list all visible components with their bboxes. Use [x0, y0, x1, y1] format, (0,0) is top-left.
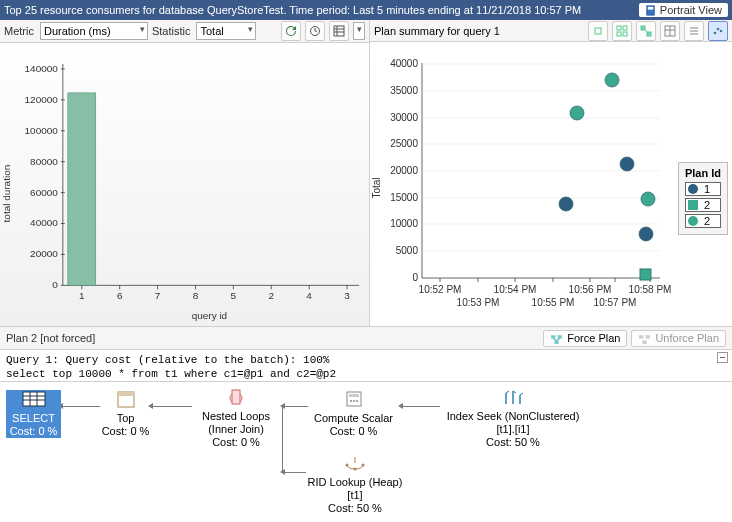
- bar-yticks: 0 20000 40000 60000 80000 100000 120000 …: [25, 63, 65, 290]
- plan-title-row: Plan 2 [not forced] Force Plan Unforce P…: [0, 326, 732, 350]
- svg-rect-94: [555, 340, 559, 343]
- plan-status: Plan 2 [not forced]: [6, 332, 95, 344]
- join-op-icon: [224, 389, 248, 407]
- svg-point-116: [354, 468, 357, 471]
- chart-type-select[interactable]: [353, 22, 365, 40]
- svg-text:10:56 PM: 10:56 PM: [569, 284, 612, 295]
- compute-op-icon: [343, 391, 365, 409]
- metric-select[interactable]: Duration (ms): [40, 22, 148, 40]
- svg-text:140000: 140000: [25, 63, 59, 74]
- table-icon: [664, 25, 676, 37]
- page-header: Top 25 resource consumers for database Q…: [0, 0, 732, 20]
- svg-rect-92: [551, 335, 555, 338]
- svg-text:20000: 20000: [30, 248, 58, 259]
- plan-node-select[interactable]: SELECTCost: 0 %: [6, 390, 61, 438]
- svg-rect-43: [617, 26, 621, 30]
- svg-point-110: [350, 400, 352, 402]
- indexseek-op-icon: [501, 389, 525, 407]
- svg-rect-100: [23, 392, 45, 406]
- svg-text:10:54 PM: 10:54 PM: [494, 284, 537, 295]
- force-plan-icon: [550, 332, 563, 345]
- dot-plan2-2[interactable]: [605, 73, 619, 87]
- svg-rect-46: [623, 32, 627, 36]
- multi-icon: [616, 25, 628, 37]
- svg-point-57: [717, 27, 720, 30]
- svg-point-58: [720, 29, 723, 32]
- svg-rect-99: [643, 340, 647, 343]
- portrait-view-button[interactable]: Portrait View: [639, 3, 728, 17]
- svg-text:3: 3: [344, 290, 350, 301]
- legend-item-2[interactable]: 2: [685, 198, 721, 212]
- svg-line-49: [645, 30, 647, 32]
- svg-text:10000: 10000: [390, 218, 418, 229]
- refresh-button[interactable]: [281, 21, 301, 41]
- svg-text:10:53 PM: 10:53 PM: [457, 297, 500, 308]
- dot-plan2-3[interactable]: [641, 192, 655, 206]
- svg-rect-47: [641, 26, 645, 30]
- svg-text:2: 2: [268, 290, 274, 301]
- grid-button[interactable]: [329, 21, 349, 41]
- statistic-select[interactable]: Total: [196, 22, 256, 40]
- dot-plan1-2[interactable]: [620, 157, 634, 171]
- svg-text:30000: 30000: [390, 112, 418, 123]
- metric-label: Metric: [4, 25, 34, 37]
- collapse-toggle[interactable]: –: [717, 352, 728, 363]
- svg-text:5000: 5000: [396, 245, 419, 256]
- svg-text:100000: 100000: [25, 125, 59, 136]
- svg-text:6: 6: [117, 290, 123, 301]
- svg-rect-23: [63, 64, 359, 285]
- svg-text:10:58 PM: 10:58 PM: [629, 284, 672, 295]
- list-icon: [688, 25, 700, 37]
- rel-grid-button[interactable]: [660, 21, 680, 41]
- dot-plan1-3[interactable]: [639, 227, 653, 241]
- grid-icon: [333, 25, 345, 37]
- portrait-icon: [645, 5, 656, 16]
- rel-multi-button[interactable]: [612, 21, 632, 41]
- svg-text:10:52 PM: 10:52 PM: [419, 284, 462, 295]
- svg-line-95: [553, 338, 556, 340]
- svg-rect-97: [639, 335, 643, 338]
- dot-plan1-1[interactable]: [559, 197, 573, 211]
- time-button[interactable]: [305, 21, 325, 41]
- svg-text:20000: 20000: [390, 165, 418, 176]
- plan-summary-title: Plan summary for query 1: [374, 25, 500, 37]
- svg-text:15000: 15000: [390, 192, 418, 203]
- planid-legend: Plan Id 1 2 2: [678, 162, 728, 235]
- rel-chart-button[interactable]: [708, 21, 728, 41]
- rel-table-button[interactable]: [684, 21, 704, 41]
- clock-icon: [309, 25, 321, 37]
- dot-plan2-sq[interactable]: [640, 269, 651, 280]
- svg-text:4: 4: [306, 290, 312, 301]
- ridlookup-op-icon: [343, 455, 367, 473]
- scatter-ylabel: Total: [371, 177, 382, 198]
- plan-node-top[interactable]: TopCost: 0 %: [98, 390, 153, 438]
- svg-text:10:55 PM: 10:55 PM: [532, 297, 575, 308]
- right-toolbar: Plan summary for query 1: [370, 20, 732, 42]
- left-toolbar: Metric Duration (ms) Statistic Total: [0, 20, 369, 43]
- rel-single-button[interactable]: [588, 21, 608, 41]
- plan-node-computescalar[interactable]: Compute ScalarCost: 0 %: [306, 390, 401, 438]
- rel-link-button[interactable]: [636, 21, 656, 41]
- svg-text:35000: 35000: [390, 85, 418, 96]
- plan-node-ridlookup[interactable]: RID Lookup (Heap)[t1]Cost: 50 %: [300, 454, 410, 515]
- right-panel: Plan summary for query 1 Total 050001000…: [370, 20, 732, 326]
- plan-node-indexseek[interactable]: Index Seek (NonClustered)[t1].[i1]Cost: …: [438, 388, 588, 449]
- svg-point-111: [353, 400, 355, 402]
- svg-text:0: 0: [412, 272, 418, 283]
- dot-plan2-1[interactable]: [570, 106, 584, 120]
- scatter-icon: [712, 25, 724, 37]
- svg-rect-3: [334, 26, 344, 36]
- svg-point-56: [714, 31, 717, 34]
- svg-rect-106: [118, 392, 134, 396]
- legend-item-3[interactable]: 2: [685, 214, 721, 228]
- unforce-plan-icon: [638, 332, 651, 345]
- force-plan-button[interactable]: Force Plan: [543, 330, 627, 347]
- unforce-plan-button[interactable]: Unforce Plan: [631, 330, 726, 347]
- bar-query-1[interactable]: [68, 93, 96, 285]
- plan-canvas[interactable]: SELECTCost: 0 % TopCost: 0 % Nested Loop…: [0, 382, 732, 522]
- legend-item-1[interactable]: 1: [685, 182, 721, 196]
- plan-node-nestedloops[interactable]: Nested Loops(Inner Join)Cost: 0 %: [190, 388, 282, 449]
- svg-text:0: 0: [52, 279, 58, 290]
- svg-rect-45: [617, 32, 621, 36]
- svg-text:60000: 60000: [30, 186, 58, 197]
